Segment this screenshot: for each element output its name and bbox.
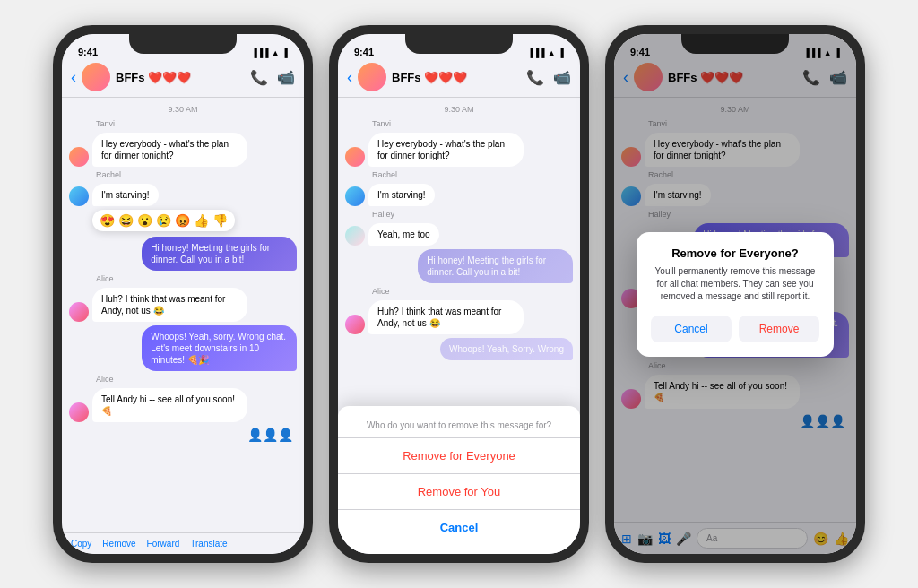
- phone-3: 9:41 ▐▐▐ ▲ ▐ ‹ BFFs ❤️❤️❤️ 📞 📹 9:30 AM: [605, 25, 865, 563]
- avatar-rachel-1: [69, 186, 89, 206]
- group-avatar-1: [82, 63, 110, 91]
- time-label-1: 9:30 AM: [69, 105, 297, 114]
- remove-everyone-option[interactable]: Remove for Everyone: [338, 438, 580, 474]
- msg-row-2-5: Huh? I think that was meant for Andy, no…: [345, 300, 573, 334]
- call-icon-2[interactable]: 📞: [526, 69, 544, 86]
- battery-icon-2: ▐: [559, 48, 564, 57]
- emoji-wow[interactable]: 😮: [137, 213, 152, 228]
- nav-bar-1: ‹ BFFs ❤️❤️❤️ 📞 📹: [62, 59, 304, 98]
- status-time-1: 9:41: [78, 47, 98, 57]
- alert-title: Remove for Everyone?: [651, 246, 819, 260]
- time-label-2: 9:30 AM: [345, 105, 573, 114]
- msg-row-2: I'm starving!: [69, 184, 297, 206]
- bottom-action-bar-1: Copy Remove Forward Translate: [62, 532, 304, 554]
- phone-2: 9:41 ▐▐▐ ▲ ▐ ‹ BFFs ❤️❤️❤️ 📞 📹 9:30 AM: [329, 25, 589, 563]
- bubble-2-2: I'm starving!: [368, 184, 435, 206]
- bubble-2-6: Whoops! Yeah, Sorry. Wrong: [440, 338, 573, 360]
- video-icon-2[interactable]: 📹: [553, 69, 571, 86]
- alert-dialog: Remove for Everyone? You'll permanently …: [637, 232, 834, 357]
- sender-alice-1: Alice: [96, 274, 297, 283]
- msg-row-2-4: Hi honey! Meeting the girls for dinner. …: [345, 249, 573, 283]
- alert-message: You'll permanently remove this message f…: [651, 265, 819, 303]
- msg-row-2-6: Whoops! Yeah, Sorry. Wrong: [345, 338, 573, 360]
- sender-tanvi-2: Tanvi: [372, 119, 573, 128]
- phone-1-screen: 9:41 ▐▐▐ ▲ ▐ ‹ BFFs ❤️❤️❤️ 📞 📹 9:30 AM: [62, 34, 304, 554]
- back-button-1[interactable]: ‹: [71, 68, 76, 87]
- video-icon-1[interactable]: 📹: [277, 69, 295, 86]
- call-icon-1[interactable]: 📞: [250, 69, 268, 86]
- remove-action[interactable]: Remove: [102, 539, 135, 549]
- emoji-love[interactable]: 😍: [100, 213, 115, 228]
- msg-row-2-1: Hey everybody - what's the plan for dinn…: [345, 133, 573, 167]
- cancel-option[interactable]: Cancel: [338, 510, 580, 545]
- avatar-hailey-2: [345, 226, 365, 246]
- action-sheet-title: Who do you want to remove this message f…: [338, 415, 580, 438]
- avatar-alice-2-1: [345, 315, 365, 334]
- status-time-2: 9:41: [354, 47, 374, 57]
- status-icons-1: ▐▐▐ ▲ ▐: [252, 48, 288, 57]
- avatar-alice-2: [69, 402, 89, 422]
- emoji-laugh[interactable]: 😆: [118, 213, 134, 228]
- notch-1: [129, 34, 237, 54]
- bubble-2-3: Yeah, me too: [368, 223, 439, 246]
- emoji-angry[interactable]: 😡: [175, 213, 190, 228]
- action-sheet: Who do you want to remove this message f…: [338, 406, 580, 554]
- alert-remove-button[interactable]: Remove: [739, 316, 819, 342]
- wifi-icon-2: ▲: [548, 48, 556, 57]
- bubble-4: Huh? I think that was meant for Andy, no…: [92, 288, 247, 322]
- msg-row-3: Hi honey! Meeting the girls for dinner. …: [69, 237, 297, 271]
- status-icons-2: ▐▐▐ ▲ ▐: [528, 48, 564, 57]
- bubble-1: Hey everybody - what's the plan for dinn…: [92, 133, 247, 167]
- alert-buttons: Cancel Remove: [651, 316, 819, 342]
- sender-alice-2-1: Alice: [372, 287, 573, 296]
- avatar-rachel-2: [345, 186, 365, 206]
- chat-title-2: BFFs ❤️❤️❤️: [392, 71, 521, 84]
- bubble-6: Tell Andy hi -- see all of you soon! 🍕: [92, 388, 247, 422]
- avatar-tanvi-2: [345, 147, 365, 167]
- bubble-5: Whoops! Yeah, sorry. Wrong chat. Let's m…: [142, 325, 297, 371]
- phones-container: 9:41 ▐▐▐ ▲ ▐ ‹ BFFs ❤️❤️❤️ 📞 📹 9:30 AM: [35, 7, 883, 581]
- phone-2-screen: 9:41 ▐▐▐ ▲ ▐ ‹ BFFs ❤️❤️❤️ 📞 📹 9:30 AM: [338, 34, 580, 554]
- back-button-2[interactable]: ‹: [347, 68, 352, 87]
- forward-action[interactable]: Forward: [147, 539, 180, 549]
- bubble-2: I'm starving!: [92, 184, 159, 206]
- sender-hailey-2: Hailey: [372, 210, 573, 219]
- emoji-thumbsup[interactable]: 👍: [194, 213, 209, 228]
- sender-alice-2: Alice: [96, 375, 297, 384]
- chat-title-1: BFFs ❤️❤️❤️: [116, 71, 245, 84]
- avatar-alice-1: [69, 302, 89, 322]
- sender-rachel-2: Rachel: [372, 170, 573, 179]
- remove-for-you-option[interactable]: Remove for You: [338, 474, 580, 510]
- wifi-icon-1: ▲: [272, 48, 280, 57]
- alert-overlay: Remove for Everyone? You'll permanently …: [614, 34, 856, 554]
- avatar-tanvi-1: [69, 147, 89, 167]
- bubble-3: Hi honey! Meeting the girls for dinner. …: [142, 237, 297, 271]
- msg-row-5: Whoops! Yeah, sorry. Wrong chat. Let's m…: [69, 325, 297, 371]
- msg-row-6: Tell Andy hi -- see all of you soon! 🍕: [69, 388, 297, 422]
- bubble-2-4: Hi honey! Meeting the girls for dinner. …: [418, 249, 573, 283]
- notch-2: [405, 34, 513, 54]
- group-avatar-2: [358, 63, 386, 91]
- phone-1: 9:41 ▐▐▐ ▲ ▐ ‹ BFFs ❤️❤️❤️ 📞 📹 9:30 AM: [53, 25, 313, 563]
- emoji-thumbsdown[interactable]: 👎: [212, 213, 228, 228]
- emoji-reaction-bar: 😍 😆 😮 😢 😡 👍 👎: [92, 210, 235, 231]
- bubble-2-1: Hey everybody - what's the plan for dinn…: [368, 133, 524, 167]
- nav-bar-2: ‹ BFFs ❤️❤️❤️ 📞 📹: [338, 59, 580, 98]
- msg-row-1: Hey everybody - what's the plan for dinn…: [69, 133, 297, 167]
- signal-icon-2: ▐▐▐: [528, 48, 545, 57]
- translate-action[interactable]: Translate: [190, 539, 227, 549]
- chat-area-1: 9:30 AM Tanvi Hey everybody - what's the…: [62, 98, 304, 532]
- phone-3-screen: 9:41 ▐▐▐ ▲ ▐ ‹ BFFs ❤️❤️❤️ 📞 📹 9:30 AM: [614, 34, 856, 554]
- nav-icons-1: 📞 📹: [250, 69, 295, 86]
- alert-cancel-button[interactable]: Cancel: [651, 316, 732, 342]
- battery-icon-1: ▐: [282, 48, 288, 57]
- sender-tanvi-1: Tanvi: [96, 119, 297, 128]
- copy-action[interactable]: Copy: [71, 539, 91, 549]
- emoji-sad[interactable]: 😢: [156, 213, 171, 228]
- bubble-2-5: Huh? I think that was meant for Andy, no…: [368, 300, 524, 334]
- msg-row-2-2: I'm starving!: [345, 184, 573, 206]
- signal-icon-1: ▐▐▐: [252, 48, 269, 57]
- msg-row-4: Huh? I think that was meant for Andy, no…: [69, 288, 297, 322]
- nav-icons-2: 📞 📹: [526, 69, 571, 86]
- sender-rachel-1: Rachel: [96, 170, 297, 179]
